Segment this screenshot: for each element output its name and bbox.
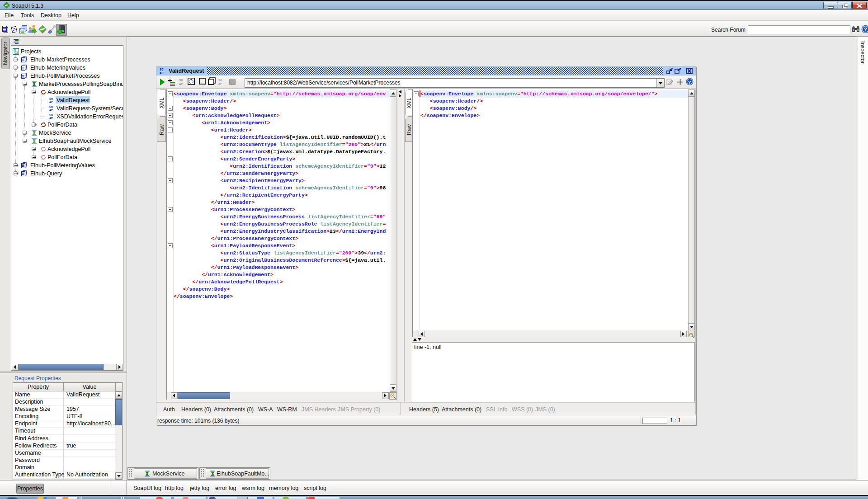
svg-text:AP: AP xyxy=(179,82,183,85)
svg-text:AP: AP xyxy=(49,109,53,112)
svg-text:SO: SO xyxy=(218,79,222,82)
svg-text:SO: SO xyxy=(49,106,53,109)
svg-text:AP: AP xyxy=(49,117,53,120)
svg-text:SO: SO xyxy=(160,68,163,71)
svg-text:SO: SO xyxy=(49,98,53,101)
svg-text:?: ? xyxy=(864,27,867,32)
svg-text:SO: SO xyxy=(49,114,53,117)
svg-text:SO: SO xyxy=(179,79,183,82)
svg-text:?: ? xyxy=(688,80,691,85)
svg-text:AP: AP xyxy=(218,82,222,85)
svg-text:AP: AP xyxy=(49,101,53,104)
svg-text:AP: AP xyxy=(160,71,163,75)
